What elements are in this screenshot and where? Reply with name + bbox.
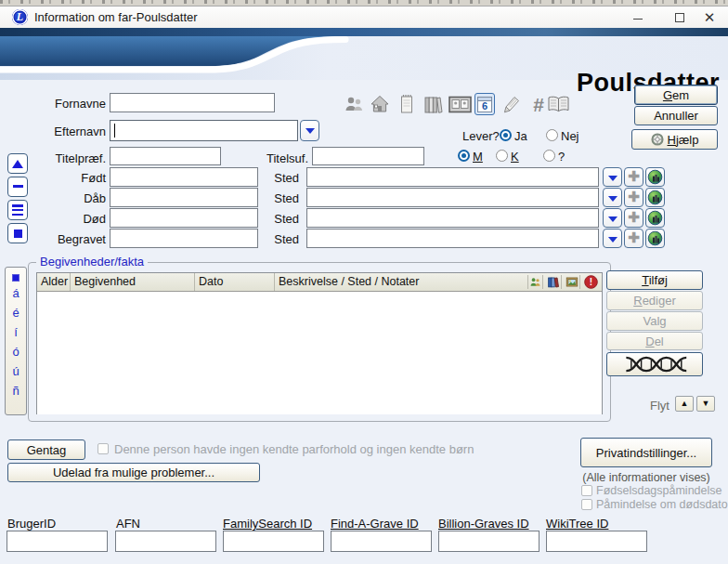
doed-sted-add-button[interactable]: ✚ [624, 208, 644, 228]
char-button[interactable]: ñ [6, 381, 26, 400]
lever-nej-radio[interactable] [546, 129, 558, 141]
share-fact-button[interactable]: Del [606, 332, 703, 350]
plus-icon: ✚ [628, 209, 640, 225]
move-down-button[interactable]: ▼ [696, 396, 715, 412]
triangle-up-icon: ▲ [681, 399, 689, 408]
gender-unknown-radio[interactable] [543, 150, 555, 162]
doed-sted-input[interactable] [306, 208, 599, 228]
triangle-down-icon: ▼ [702, 399, 710, 408]
daab-sted-dropdown-button[interactable] [603, 188, 622, 207]
doed-sted-dropdown-button[interactable] [603, 208, 622, 228]
efternavn-dropdown-button[interactable] [300, 120, 319, 141]
fornavne-label: Fornavne [19, 97, 106, 111]
media-icon[interactable] [448, 93, 473, 115]
billiongraves-id-input[interactable] [438, 531, 540, 552]
titelsuf-input[interactable] [312, 147, 424, 165]
globe-icon [647, 230, 663, 246]
foedt-sted-input[interactable] [306, 167, 599, 187]
facts-table-header: Alder Begivenhed Dato Beskrivelse / Sted… [37, 273, 602, 292]
move-up-button[interactable]: ▲ [675, 396, 694, 412]
privacy-settings-button[interactable]: Privatindstillinger... [580, 438, 712, 467]
cancel-button[interactable]: Annuller [634, 106, 718, 125]
begravet-sted-map-button[interactable] [645, 229, 665, 248]
gender-m-label: M [473, 150, 483, 164]
help-button[interactable]: Hjælp [631, 129, 718, 150]
death-reminder-label: Påmindelse om dødsdato [596, 498, 728, 511]
privacy-note: (Alle informationer vises) [578, 471, 714, 484]
family-icon[interactable] [343, 93, 365, 115]
exclude-problems-button[interactable]: Udelad fra mulige problemer... [7, 463, 260, 482]
char-button[interactable]: í [6, 322, 26, 342]
dna-button[interactable] [606, 352, 703, 376]
daab-sted-map-button[interactable] [645, 188, 665, 207]
death-reminder-checkbox[interactable] [581, 499, 592, 510]
book-icon[interactable] [546, 93, 571, 115]
char-button[interactable]: á [6, 283, 26, 303]
foedt-sted-map-button[interactable] [645, 167, 665, 187]
daab-sted-add-button[interactable]: ✚ [624, 188, 644, 207]
birthday-reminder-checkbox[interactable] [581, 485, 592, 496]
save-button[interactable]: Gem [634, 85, 718, 105]
familysearch-id-label[interactable]: FamilySearch ID [223, 517, 312, 531]
lever-ja-label: Ja [514, 129, 527, 143]
char-button[interactable]: ó [6, 342, 26, 361]
add-fact-button[interactable]: Tilføj [606, 270, 703, 290]
gender-k-radio[interactable] [496, 150, 508, 162]
chevron-down-icon [608, 196, 618, 202]
wikitree-id-label[interactable]: WikiTree ID [546, 517, 608, 531]
maximize-button[interactable] [665, 7, 695, 29]
witness-people-icon [527, 275, 543, 289]
options-fact-button[interactable]: Valg [606, 311, 703, 331]
globe-icon [647, 190, 663, 205]
findagrave-id-label[interactable]: Find-A-Grave ID [331, 517, 419, 531]
lever-ja-radio[interactable] [500, 129, 512, 141]
source-books-icon [546, 275, 562, 289]
home-icon[interactable] [369, 93, 391, 115]
globe-icon [647, 210, 663, 226]
background-app-text [0, 0, 728, 4]
begravet-sted-input[interactable] [306, 229, 599, 248]
gender-m-radio[interactable] [458, 150, 470, 162]
begravet-sted-label: Sted [223, 232, 299, 246]
calendar-icon[interactable]: 6 [474, 93, 495, 115]
person-information-dialog: L Information om far-Poulsdatter ✕ [0, 0, 728, 564]
repeat-button[interactable]: Gentag [7, 439, 85, 460]
letter-icon[interactable] [500, 93, 523, 115]
char-button[interactable]: é [6, 303, 26, 322]
titelpraef-input[interactable] [110, 147, 221, 165]
no-relations-checkbox[interactable] [98, 443, 109, 454]
gender-k-label: K [511, 150, 519, 164]
dna-icon [621, 356, 688, 373]
brugerid-input[interactable] [6, 531, 108, 552]
familysearch-id-input[interactable] [223, 531, 324, 552]
daab-sted-input[interactable] [306, 188, 599, 207]
svg-text:#: # [533, 94, 544, 115]
close-button[interactable]: ✕ [695, 7, 724, 29]
char-button[interactable]: ú [6, 361, 26, 381]
findagrave-id-input[interactable] [331, 531, 432, 552]
maximize-icon [675, 13, 684, 22]
begravet-sted-add-button[interactable]: ✚ [624, 229, 644, 248]
notepad-icon[interactable] [396, 93, 418, 115]
efternavn-input[interactable] [110, 120, 298, 141]
facts-table-body[interactable] [37, 292, 602, 414]
afn-input[interactable] [115, 531, 216, 552]
billiongraves-id-label[interactable]: Billion-Graves ID [438, 517, 529, 531]
plus-icon: ✚ [628, 168, 640, 184]
begravet-sted-dropdown-button[interactable] [603, 229, 622, 248]
foedt-sted-dropdown-button[interactable] [603, 167, 622, 187]
plus-icon: ✚ [628, 230, 640, 245]
wikitree-id-input[interactable] [546, 531, 647, 552]
legacy-logo-icon: L [12, 9, 28, 25]
fornavne-input[interactable] [110, 93, 275, 112]
doed-sted-map-button[interactable] [645, 208, 665, 228]
foedt-sted-add-button[interactable]: ✚ [624, 167, 644, 187]
minus-icon [13, 185, 23, 188]
sources-icon[interactable] [422, 93, 444, 115]
column-begivenhed: Begivenhed [71, 273, 195, 291]
chevron-down-icon [608, 176, 618, 181]
minimize-button[interactable] [623, 7, 653, 29]
column-dato: Dato [195, 273, 275, 291]
edit-fact-button[interactable]: Rediger [606, 291, 703, 310]
facts-table[interactable]: Alder Begivenhed Dato Beskrivelse / Sted… [36, 272, 603, 414]
